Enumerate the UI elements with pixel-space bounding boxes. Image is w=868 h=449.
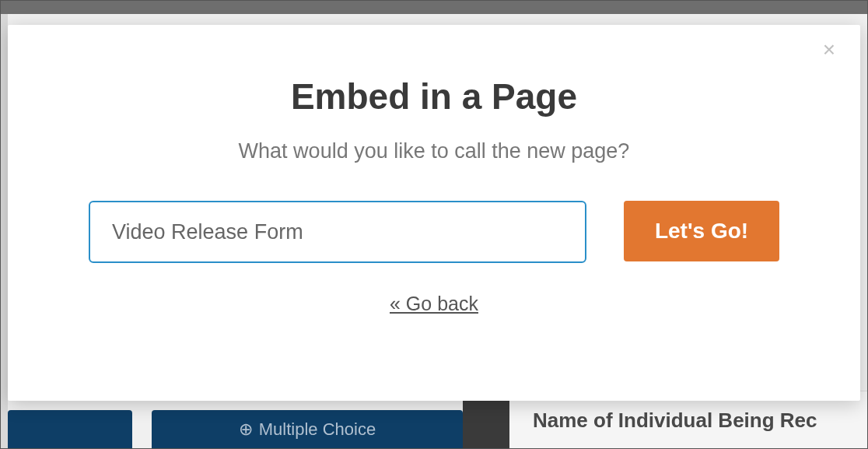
plus-circle-icon: ⊕ xyxy=(239,419,253,440)
background-button-1 xyxy=(8,410,132,449)
modal-title: Embed in a Page xyxy=(78,75,790,118)
close-icon: × xyxy=(823,37,835,61)
close-button[interactable]: × xyxy=(820,40,838,59)
lets-go-button[interactable]: Let's Go! xyxy=(624,201,779,261)
background-right-panel-text: Name of Individual Being Rec xyxy=(533,409,817,433)
embed-page-modal: × Embed in a Page What would you like to… xyxy=(8,25,860,401)
background-buttons-row: ⊕ Multiple Choice xyxy=(8,406,463,449)
background-sidebar xyxy=(0,14,8,449)
background-button-2-label: Multiple Choice xyxy=(259,419,376,440)
modal-subtitle: What would you like to call the new page… xyxy=(78,139,790,163)
background-button-multiple-choice: ⊕ Multiple Choice xyxy=(152,410,463,449)
page-name-input[interactable] xyxy=(89,201,586,263)
background-top-bar xyxy=(0,0,868,14)
go-back-link[interactable]: « Go back xyxy=(78,293,790,315)
input-row: Let's Go! xyxy=(78,201,790,263)
